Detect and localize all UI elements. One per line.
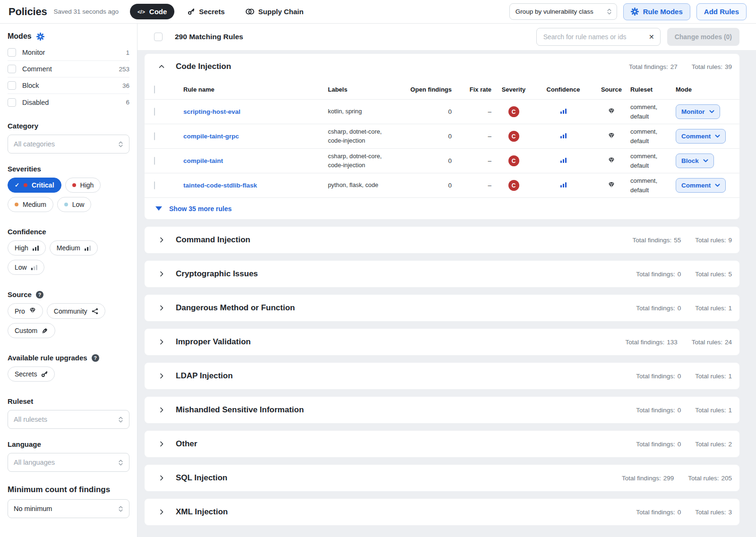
- vulnerability-class-section[interactable]: SQL Injection Total findings:299 Total r…: [145, 465, 739, 491]
- bars-medium-icon: [85, 246, 91, 251]
- chevron-right-icon[interactable]: [158, 508, 165, 516]
- vulnerability-class-section[interactable]: Improper Validation Total findings:133 T…: [145, 329, 739, 355]
- chevron-up-icon[interactable]: [158, 63, 165, 70]
- chevron-right-icon[interactable]: [158, 372, 165, 380]
- confidence-high-label: High: [15, 244, 28, 252]
- chevron-right-icon[interactable]: [158, 338, 165, 346]
- tab-code[interactable]: </> Code: [130, 4, 174, 19]
- show-more-label: Show 35 more rules: [169, 205, 232, 213]
- mode-filter-count: 6: [126, 99, 129, 106]
- severity-pill-critical[interactable]: ✓Critical: [8, 178, 61, 193]
- total-findings: Total findings:0: [636, 373, 681, 380]
- confidence-pills: High Medium Low: [8, 240, 129, 279]
- triangle-down-icon: [155, 206, 162, 211]
- upgrade-pill-secrets[interactable]: Secrets: [8, 367, 55, 382]
- chevron-right-icon[interactable]: [158, 406, 165, 414]
- add-rules-button[interactable]: Add Rules: [696, 3, 747, 20]
- source-cell: [593, 108, 630, 116]
- show-more-rules-button[interactable]: Show 35 more rules: [145, 197, 739, 219]
- help-icon[interactable]: ?: [36, 291, 43, 298]
- section-title: LDAP Injection: [176, 371, 233, 381]
- mode-filter-row[interactable]: Disabled 6: [8, 94, 129, 111]
- total-rules: Total rules:1: [695, 407, 732, 414]
- vulnerability-class-section[interactable]: Other Total findings:0 Total rules:2: [145, 431, 739, 457]
- row-checkbox[interactable]: [154, 108, 155, 116]
- confidence-low-label: Low: [15, 264, 27, 271]
- chevron-right-icon[interactable]: [158, 474, 165, 482]
- total-rules: Total rules:1: [695, 373, 732, 380]
- clear-search-icon[interactable]: ✕: [645, 33, 654, 41]
- rule-name-link[interactable]: scripting-host-eval: [183, 108, 241, 115]
- min-count-title: Minimum count of findings: [8, 485, 129, 494]
- severity-critical-label: Critical: [32, 181, 54, 189]
- rule-name-link[interactable]: compile-taint: [183, 157, 223, 164]
- source-pill-pro[interactable]: Pro: [8, 303, 43, 319]
- ruleset-select[interactable]: All rulesets: [8, 410, 129, 429]
- help-icon[interactable]: ?: [92, 354, 99, 362]
- chevron-right-icon[interactable]: [158, 440, 165, 448]
- severity-pill-low[interactable]: Low: [57, 197, 92, 212]
- check-icon: ✓: [15, 182, 19, 188]
- mode-checkbox[interactable]: [8, 81, 16, 90]
- search-input[interactable]: [542, 33, 645, 41]
- rule-modes-button[interactable]: Rule Modes: [623, 3, 690, 20]
- confidence-pill-low[interactable]: Low: [8, 260, 44, 275]
- severity-critical-badge: C: [508, 155, 519, 166]
- mode-dropdown[interactable]: Monitor: [676, 104, 720, 119]
- mode-dropdown[interactable]: Comment: [676, 129, 726, 144]
- mode-checkbox[interactable]: [8, 48, 16, 57]
- min-count-value: No minimum: [14, 505, 52, 512]
- severity-pill-medium[interactable]: Medium: [8, 197, 53, 212]
- row-checkbox[interactable]: [154, 157, 155, 165]
- source-pro-label: Pro: [15, 307, 25, 315]
- change-modes-button[interactable]: Change modes (0): [667, 28, 739, 46]
- page-title: Policies: [9, 6, 47, 18]
- rule-name-link[interactable]: compile-taint-grpc: [183, 133, 239, 140]
- gear-icon[interactable]: [36, 33, 44, 41]
- select-all-checkbox[interactable]: [154, 33, 163, 41]
- tab-supply-chain-label: Supply Chain: [258, 8, 304, 16]
- mode-dropdown[interactable]: Block: [676, 153, 714, 168]
- rule-name-link[interactable]: tainted-code-stdlib-flask: [183, 182, 257, 189]
- mode-filter-row[interactable]: Monitor 1: [8, 44, 129, 61]
- modes-filter-list: Monitor 1 Comment 253 Block 36 Disabled …: [8, 44, 129, 111]
- ruleset-value: comment, default: [630, 152, 676, 170]
- category-select[interactable]: All categories: [8, 135, 129, 153]
- section-select-all-checkbox[interactable]: [154, 85, 155, 94]
- min-count-select[interactable]: No minimum: [8, 499, 129, 518]
- total-findings: Total findings:0: [636, 509, 681, 516]
- tab-supply-chain[interactable]: Supply Chain: [238, 4, 311, 19]
- language-select[interactable]: All languages: [8, 453, 129, 472]
- tab-secrets[interactable]: Secrets: [180, 4, 232, 19]
- severity-pill-high[interactable]: High: [65, 178, 101, 193]
- col-ruleset: Ruleset: [630, 86, 676, 93]
- col-mode: Mode: [676, 86, 730, 93]
- mode-filter-row[interactable]: Block 36: [8, 77, 129, 94]
- col-severity: Severity: [493, 86, 534, 93]
- confidence-pill-medium[interactable]: Medium: [50, 240, 98, 256]
- vulnerability-class-section[interactable]: XML Injection Total findings:0 Total rul…: [145, 499, 739, 525]
- vulnerability-class-section[interactable]: Dangerous Method or Function Total findi…: [145, 295, 739, 321]
- chevron-right-icon[interactable]: [158, 236, 165, 244]
- vulnerability-class-section[interactable]: Cryptographic Issues Total findings:0 To…: [145, 261, 739, 287]
- source-pill-community[interactable]: Community: [47, 303, 105, 319]
- vulnerability-class-section[interactable]: LDAP Injection Total findings:0 Total ru…: [145, 363, 739, 389]
- mode-dropdown[interactable]: Comment: [676, 178, 726, 193]
- row-checkbox[interactable]: [154, 132, 155, 140]
- tab-secrets-label: Secrets: [199, 8, 224, 16]
- vulnerability-class-section[interactable]: Mishandled Sensitive Information Total f…: [145, 397, 739, 423]
- total-findings: Total findings:0: [636, 407, 681, 414]
- select-updown-icon: [118, 416, 123, 423]
- mode-checkbox[interactable]: [8, 65, 16, 73]
- confidence-pill-high[interactable]: High: [8, 240, 46, 256]
- group-by-select[interactable]: Group by vulnerability class: [509, 3, 617, 20]
- mode-checkbox[interactable]: [8, 98, 16, 107]
- mode-filter-row[interactable]: Comment 253: [8, 61, 129, 77]
- chevron-right-icon[interactable]: [158, 304, 165, 312]
- chevron-right-icon[interactable]: [158, 270, 165, 278]
- vulnerability-class-section[interactable]: Command Injection Total findings:55 Tota…: [145, 227, 739, 253]
- source-community-label: Community: [54, 307, 87, 315]
- section-header[interactable]: Code Injection Total findings:27 Total r…: [145, 54, 739, 79]
- row-checkbox[interactable]: [154, 181, 155, 189]
- source-pill-custom[interactable]: Custom: [8, 323, 55, 338]
